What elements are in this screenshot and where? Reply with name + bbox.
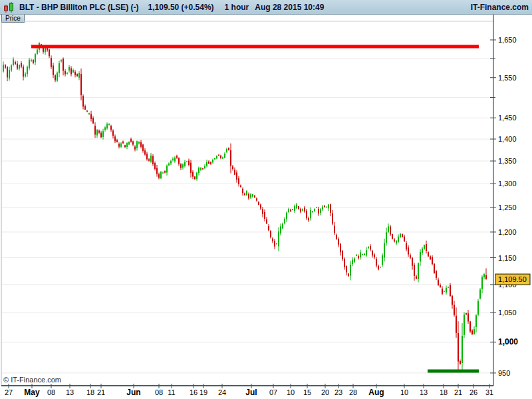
svg-text:18: 18 (86, 388, 94, 396)
svg-text:21: 21 (454, 388, 462, 396)
svg-text:Jun: Jun (126, 388, 140, 397)
svg-text:28: 28 (349, 388, 357, 396)
svg-text:May: May (24, 388, 40, 397)
svg-text:20: 20 (321, 388, 329, 396)
svg-text:1,050: 1,050 (498, 309, 517, 317)
svg-text:19: 19 (200, 388, 207, 396)
svg-text:13: 13 (66, 388, 74, 396)
svg-text:10: 10 (287, 388, 295, 396)
y-axis: 1,6501,5501,4501,4001,3501,3001,2501,200… (490, 36, 518, 377)
svg-text:08: 08 (47, 388, 55, 396)
svg-text:1,150: 1,150 (498, 254, 517, 262)
svg-text:1,300: 1,300 (498, 180, 517, 188)
svg-text:1,650: 1,650 (498, 36, 517, 44)
svg-text:Jul: Jul (245, 388, 257, 397)
svg-text:24: 24 (218, 388, 226, 396)
svg-text:1,200: 1,200 (498, 228, 517, 236)
svg-text:1,400: 1,400 (498, 135, 517, 143)
svg-text:1,000: 1,000 (498, 337, 518, 346)
svg-text:23: 23 (334, 388, 342, 396)
svg-text:1,550: 1,550 (498, 74, 517, 82)
last-price-tag: 1,109.50 (495, 274, 530, 285)
svg-text:1,350: 1,350 (498, 157, 517, 165)
svg-text:10: 10 (400, 388, 408, 396)
copyright-label: © IT-Finance.com (3, 376, 61, 384)
svg-text:26: 26 (469, 388, 477, 396)
svg-text:07: 07 (269, 388, 277, 396)
svg-text:1,250: 1,250 (498, 203, 517, 211)
gridlines (1, 59, 493, 373)
svg-text:21: 21 (97, 388, 105, 396)
svg-text:11: 11 (168, 388, 175, 396)
svg-text:27: 27 (5, 388, 13, 396)
svg-text:Aug: Aug (368, 388, 384, 397)
svg-text:13: 13 (420, 388, 428, 396)
svg-text:08: 08 (155, 388, 163, 396)
svg-text:15: 15 (303, 388, 311, 396)
svg-text:16: 16 (190, 388, 198, 396)
candles (3, 42, 487, 370)
svg-text:1,450: 1,450 (498, 114, 517, 122)
svg-text:18: 18 (440, 388, 448, 396)
svg-text:31: 31 (485, 388, 493, 396)
svg-text:950: 950 (498, 369, 510, 377)
svg-text:1,109.50: 1,109.50 (498, 275, 527, 283)
chart-plot-area[interactable]: 1,6501,5501,4501,4001,3501,3001,2501,200… (0, 0, 532, 399)
